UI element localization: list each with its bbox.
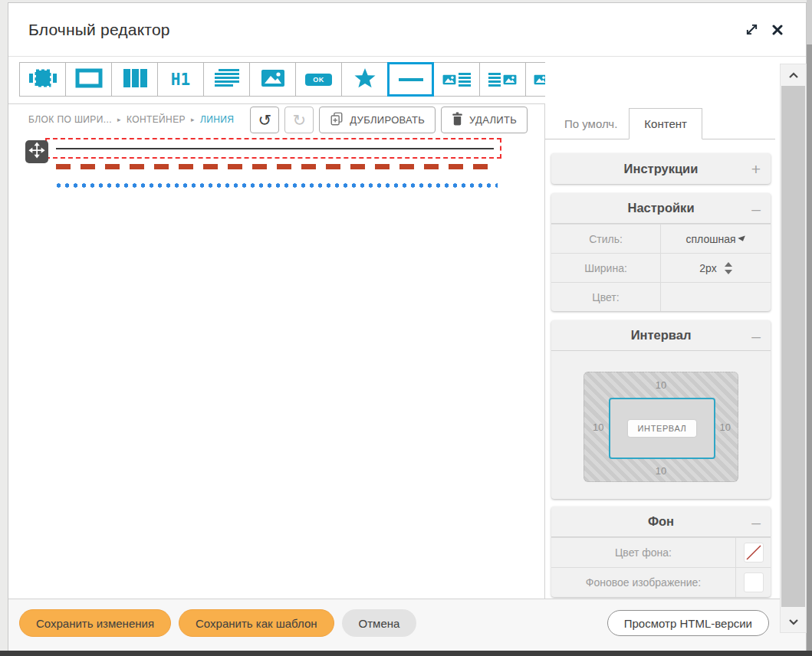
section-instructions: Инструкции +: [551, 153, 771, 184]
close-icon[interactable]: [771, 23, 784, 37]
toolbar-item-heading[interactable]: H1: [157, 62, 204, 97]
scroll-up-button[interactable]: [781, 64, 806, 85]
redo-button[interactable]: ↻: [284, 107, 314, 133]
spacing-left-value[interactable]: 10: [593, 421, 603, 433]
window-edge: [807, 44, 812, 651]
tab-content[interactable]: Контент: [629, 108, 702, 139]
toolbar-item-image[interactable]: [249, 62, 296, 97]
toolbar-item-button[interactable]: OK: [295, 62, 342, 97]
no-color-icon: [745, 544, 762, 561]
panel-tabs: По умолч. Контент: [545, 106, 775, 139]
canvas-action-bar: ↺ ↻ ДУБЛИРОВАТЬ: [250, 107, 528, 133]
background-image-swatch[interactable]: [744, 572, 764, 592]
window-edge: [0, 651, 812, 656]
section-background: Фон – Цвет фона: Фоновое изображение:: [551, 507, 771, 597]
delete-label: УДАЛИТЬ: [469, 114, 517, 126]
toolbar-item-star[interactable]: [341, 62, 388, 97]
breadcrumb-item-container[interactable]: КОНТЕЙНЕР: [127, 114, 186, 125]
move-handle[interactable]: [25, 140, 48, 163]
collapse-section-icon[interactable]: –: [751, 513, 761, 530]
duplicate-icon: [330, 112, 344, 129]
columns-icon: [123, 68, 147, 91]
section-settings-title: Настройки: [627, 201, 694, 215]
setting-row-color: Цвет:: [551, 282, 771, 311]
line-icon: [399, 78, 423, 81]
editor-canvas: БЛОК ПО ШИРИ... ▸ КОНТЕЙНЕР ▸ ЛИНИЯ ↺ ↻: [8, 103, 545, 599]
section-instructions-header[interactable]: Инструкции +: [551, 153, 771, 184]
canvas-line-dotted[interactable]: [54, 183, 498, 188]
width-value[interactable]: 2px: [699, 262, 717, 274]
cancel-button[interactable]: Отмена: [342, 609, 417, 637]
scrollbar-thumb[interactable]: [781, 86, 805, 607]
background-color-label: Цвет фона:: [551, 546, 735, 559]
expand-section-icon[interactable]: +: [751, 161, 761, 177]
spacing-inner-box: ИНТЕРВАЛ: [609, 398, 715, 459]
toolbar-item-line[interactable]: [387, 62, 434, 97]
color-label: Цвет:: [551, 283, 661, 311]
stepper-down-icon[interactable]: [725, 270, 732, 274]
width-stepper: [725, 262, 732, 274]
spacing-top-value[interactable]: 10: [656, 379, 666, 391]
toolbar-item-container[interactable]: [65, 62, 112, 97]
section-settings-header[interactable]: Настройки –: [551, 193, 771, 224]
chevron-down-icon: [788, 618, 799, 626]
text-icon: [214, 68, 240, 91]
container-icon: [75, 68, 103, 91]
canvas-line-solid-bar: [56, 148, 494, 149]
background-row-color: Цвет фона:: [551, 537, 771, 567]
spacing-editor: 10 10 10 10 ИНТЕРВАЛ: [551, 351, 771, 499]
spacing-bottom-value[interactable]: 10: [656, 465, 666, 477]
toolbar-item-full-width-block[interactable]: [19, 62, 66, 97]
toolbar-item-image-with-text[interactable]: [433, 62, 480, 97]
duplicate-label: ДУБЛИРОВАТЬ: [350, 114, 425, 126]
dialog-header: Блочный редактор: [8, 3, 806, 57]
toolbar-item-text[interactable]: [203, 62, 250, 97]
style-select[interactable]: сплошная: [685, 233, 735, 245]
spacing-right-value[interactable]: 10: [720, 421, 731, 433]
dialog-footer: Сохранить изменения Сохранить как шаблон…: [8, 599, 806, 651]
collapse-section-icon[interactable]: –: [751, 327, 761, 343]
star-icon: [353, 67, 376, 92]
style-label: Стиль:: [551, 225, 661, 253]
undo-icon: ↺: [258, 111, 271, 130]
block-toolbar: H1 OK: [19, 62, 618, 97]
delete-button[interactable]: УДАЛИТЬ: [441, 107, 528, 133]
panel-scrollbar[interactable]: [780, 64, 807, 633]
section-spacing-title: Интервал: [631, 328, 692, 343]
tab-defaults[interactable]: По умолч.: [553, 109, 629, 139]
toolbar-item-columns[interactable]: [111, 62, 158, 97]
preview-html-button[interactable]: Просмотр HTML-версии: [607, 610, 769, 636]
chevron-up-icon: [788, 71, 799, 79]
breadcrumb-item-block[interactable]: БЛОК ПО ШИРИ...: [28, 114, 112, 125]
background-image-label: Фоновое изображение:: [551, 576, 735, 589]
section-spacing-header[interactable]: Интервал –: [551, 320, 771, 351]
canvas-line-dashed[interactable]: [56, 164, 498, 169]
canvas-line-solid-selected[interactable]: [45, 138, 501, 159]
section-background-header[interactable]: Фон –: [551, 507, 771, 537]
background-row-image: Фоновое изображение:: [551, 567, 771, 597]
save-as-template-button[interactable]: Сохранить как шаблон: [179, 609, 334, 637]
collapse-section-icon[interactable]: –: [751, 200, 761, 216]
trash-icon: [452, 112, 463, 128]
stepper-up-icon[interactable]: [725, 262, 732, 267]
save-changes-button[interactable]: Сохранить изменения: [19, 609, 171, 637]
expand-icon[interactable]: [745, 23, 758, 37]
section-spacing: Интервал – 10 10 10 10 ИНТЕРВАЛ: [551, 320, 771, 499]
heading-icon: H1: [171, 71, 190, 89]
breadcrumb: БЛОК ПО ШИРИ... ▸ КОНТЕЙНЕР ▸ ЛИНИЯ: [28, 104, 234, 135]
breadcrumb-separator: ▸: [117, 116, 121, 123]
scroll-down-button[interactable]: [781, 612, 806, 632]
setting-row-style: Стиль: сплошная: [551, 224, 771, 253]
breadcrumb-item-line[interactable]: ЛИНИЯ: [200, 114, 234, 125]
image-with-text-icon: [442, 73, 471, 87]
section-settings: Настройки – Стиль: сплошная Ширина: 2px: [551, 193, 771, 311]
background-color-swatch[interactable]: [744, 543, 764, 563]
chevron-down-icon[interactable]: [738, 235, 746, 242]
move-icon: [28, 141, 46, 162]
full-width-block-icon: [28, 67, 58, 92]
toolbar-item-text-with-image[interactable]: [479, 62, 526, 97]
text-with-image-icon: [488, 73, 517, 87]
width-label: Ширина:: [551, 254, 661, 282]
duplicate-button[interactable]: ДУБЛИРОВАТЬ: [319, 107, 436, 133]
undo-button[interactable]: ↺: [250, 107, 279, 133]
